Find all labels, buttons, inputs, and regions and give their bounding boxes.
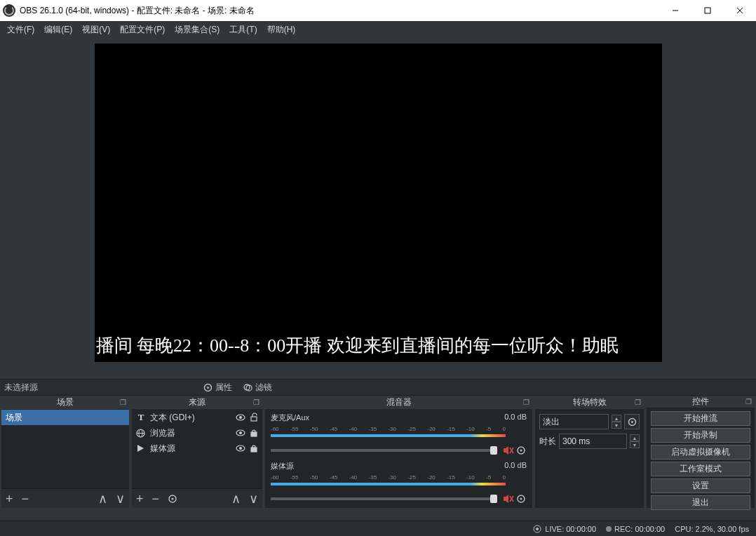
menu-edit[interactable]: 编辑(E) xyxy=(40,22,76,37)
undock-icon[interactable]: ❐ xyxy=(120,398,126,406)
minimize-button[interactable] xyxy=(659,0,691,21)
duration-up-button[interactable]: ▲ xyxy=(630,434,640,441)
control-button[interactable]: 开始推流 xyxy=(651,411,750,426)
duration-down-button[interactable]: ▼ xyxy=(630,441,640,448)
control-button[interactable]: 开始录制 xyxy=(651,428,750,443)
svg-marker-17 xyxy=(137,445,144,452)
source-item[interactable]: 媒体源 xyxy=(132,441,262,456)
close-button[interactable] xyxy=(724,0,756,21)
mixer-track: 桌面音频0.0 dB-60-55-50-45-40-35-30-25-20-15… xyxy=(265,507,532,508)
mixer-track-db: 0.0 dB xyxy=(504,413,527,423)
broadcast-icon xyxy=(532,524,542,534)
panel-title: 来源 xyxy=(189,396,205,408)
panel-transitions: 转场特效❐ 淡出 ▲ ▼ 时长 300 ms ▲ ▼ xyxy=(535,396,644,508)
titlebar: OBS 26.1.0 (64-bit, windows) - 配置文件: 未命名… xyxy=(0,0,756,21)
svg-point-5 xyxy=(207,387,209,389)
source-item[interactable]: 浏览器 xyxy=(132,425,262,441)
statusbar: LIVE: 00:00:00 REC: 00:00:00 CPU: 2.2%, … xyxy=(0,521,756,536)
lock-toggle[interactable] xyxy=(250,428,258,438)
menu-profile[interactable]: 配置文件(P) xyxy=(116,22,169,37)
source-up-button[interactable]: ∧ xyxy=(231,493,241,505)
svg-point-27 xyxy=(520,450,522,452)
panel-mixer: 混音器❐ 麦克风/Aux0.0 dB-60-55-50-45-40-35-30-… xyxy=(265,396,532,508)
mixer-track: 麦克风/Aux0.0 dB-60-55-50-45-40-35-30-25-20… xyxy=(265,410,532,458)
menu-tools[interactable]: 工具(T) xyxy=(225,22,261,37)
text-icon: T xyxy=(136,412,146,423)
gear-icon xyxy=(203,383,212,392)
control-button[interactable]: 工作室模式 xyxy=(651,462,750,476)
svg-marker-23 xyxy=(504,446,508,455)
svg-point-40 xyxy=(536,528,539,530)
source-down-button[interactable]: ∨ xyxy=(249,493,258,505)
scenes-toolbar: + − ∧ ∨ xyxy=(1,488,129,508)
remove-scene-button[interactable]: − xyxy=(22,493,29,505)
undock-icon[interactable]: ❐ xyxy=(745,398,752,406)
visibility-toggle[interactable] xyxy=(236,413,245,422)
rec-dot-icon xyxy=(606,526,612,532)
visibility-toggle[interactable] xyxy=(236,428,245,438)
filters-button[interactable]: 滤镜 xyxy=(239,380,276,395)
transition-select[interactable]: 淡出 xyxy=(539,414,609,429)
transition-down-button[interactable]: ▼ xyxy=(612,422,621,429)
live-status: LIVE: 00:00:00 xyxy=(532,524,596,534)
volume-slider[interactable] xyxy=(271,497,497,500)
svg-rect-10 xyxy=(251,417,257,421)
transition-up-button[interactable]: ▲ xyxy=(612,415,621,422)
duration-input[interactable]: 300 ms xyxy=(559,434,627,449)
menu-file[interactable]: 文件(F) xyxy=(3,22,39,37)
control-button[interactable]: 退出 xyxy=(651,495,750,510)
svg-point-22 xyxy=(172,497,174,500)
svg-point-19 xyxy=(239,447,242,450)
lock-toggle[interactable] xyxy=(250,443,258,453)
panel-title: 转场特效 xyxy=(573,396,607,408)
preview-canvas[interactable]: 播间 每晚22：00--8：00开播 欢迎来到直播间的每一位听众！助眠 xyxy=(95,43,662,362)
add-source-button[interactable]: + xyxy=(136,493,144,505)
mute-button[interactable] xyxy=(503,493,514,504)
svg-point-9 xyxy=(239,416,242,419)
control-button[interactable]: 设置 xyxy=(651,478,750,493)
lock-toggle[interactable] xyxy=(250,413,258,422)
duration-label: 时长 xyxy=(539,436,556,448)
svg-rect-16 xyxy=(251,432,257,436)
app-logo-icon xyxy=(3,4,15,17)
volume-slider[interactable] xyxy=(271,449,497,452)
panel-controls: 控件❐ 开始推流开始录制启动虚拟摄像机工作室模式设置退出 xyxy=(647,396,755,508)
panel-sources: 来源❐ T 文本 (GDI+) 浏览器 媒体源 xyxy=(132,396,262,508)
control-button[interactable]: 启动虚拟摄像机 xyxy=(651,445,750,460)
overlay-text: 播间 每晚22：00--8：00开播 欢迎来到直播间的每一位听众！助眠 xyxy=(96,333,662,358)
menu-scene-collection[interactable]: 场景集合(S) xyxy=(170,22,224,37)
mixer-track-db: 0.0 dB xyxy=(504,461,527,471)
maximize-button[interactable] xyxy=(691,0,724,21)
panel-title: 混音器 xyxy=(386,396,412,408)
svg-rect-1 xyxy=(705,8,710,13)
transition-props-button[interactable] xyxy=(624,414,640,429)
menu-view[interactable]: 视图(V) xyxy=(78,22,114,37)
properties-button[interactable]: 属性 xyxy=(199,380,236,395)
menu-help[interactable]: 帮助(H) xyxy=(263,22,300,37)
scene-down-button[interactable]: ∨ xyxy=(116,493,125,505)
panel-title: 控件 xyxy=(692,396,709,408)
remove-source-button[interactable]: − xyxy=(152,493,160,505)
rec-status: REC: 00:00:00 xyxy=(606,525,665,533)
mixer-track-name: 麦克风/Aux xyxy=(271,413,309,423)
svg-rect-20 xyxy=(251,448,257,452)
source-item[interactable]: T 文本 (GDI+) xyxy=(132,410,262,425)
svg-point-32 xyxy=(520,498,522,500)
undock-icon[interactable]: ❐ xyxy=(253,398,259,406)
add-scene-button[interactable]: + xyxy=(6,493,13,505)
scene-up-button[interactable]: ∧ xyxy=(98,493,107,505)
svg-point-39 xyxy=(631,421,633,423)
mixer-settings-button[interactable] xyxy=(515,493,527,504)
scene-item[interactable]: 场景 xyxy=(1,410,129,425)
context-toolbar: 未选择源 属性 滤镜 xyxy=(0,379,756,396)
svg-marker-28 xyxy=(504,495,508,503)
menubar: 文件(F) 编辑(E) 视图(V) 配置文件(P) 场景集合(S) 工具(T) … xyxy=(0,21,756,38)
mute-button[interactable] xyxy=(503,445,514,456)
undock-icon[interactable]: ❐ xyxy=(523,398,529,406)
cpu-status: CPU: 2.2%, 30.00 fps xyxy=(675,525,749,533)
mixer-settings-button[interactable] xyxy=(515,445,527,456)
mixer-track: 媒体源0.0 dB-60-55-50-45-40-35-30-25-20-15-… xyxy=(265,458,532,507)
visibility-toggle[interactable] xyxy=(236,443,245,453)
undock-icon[interactable]: ❐ xyxy=(635,398,641,406)
source-properties-button[interactable] xyxy=(168,494,177,504)
